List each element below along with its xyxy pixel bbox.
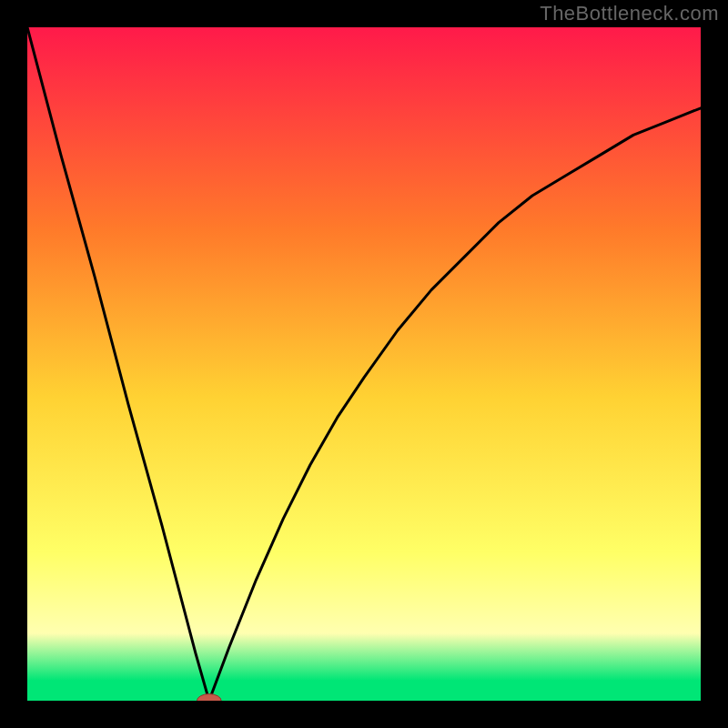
chart-frame: TheBottleneck.com [0,0,728,728]
watermark-text: TheBottleneck.com [540,2,719,25]
chart-svg [27,27,701,701]
plot-area [27,27,701,701]
gradient-background [27,27,701,701]
